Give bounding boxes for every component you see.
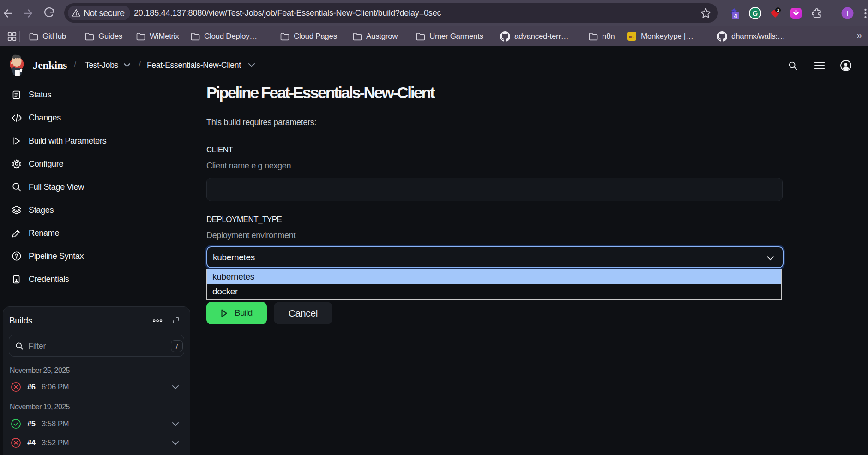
svg-text:3: 3 <box>777 8 779 13</box>
svg-text:I: I <box>846 10 848 17</box>
svg-text:G: G <box>752 10 758 17</box>
svg-text:mt: mt <box>629 35 635 40</box>
svg-text:4: 4 <box>734 12 738 19</box>
